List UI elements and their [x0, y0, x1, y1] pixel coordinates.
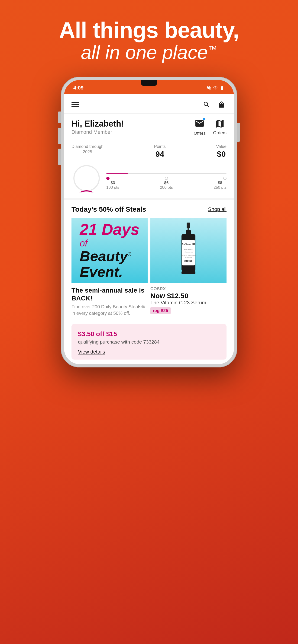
- svg-text:Improve the look of wrinkles: Improve the look of wrinkles: [181, 254, 196, 256]
- power-button: [237, 123, 240, 142]
- value-amount: $0: [217, 150, 226, 158]
- svg-text:+ Hyaluronic Acid: + Hyaluronic Acid: [184, 251, 193, 253]
- svg-rect-1: [187, 222, 190, 228]
- product-price: Now $12.50: [150, 292, 226, 300]
- search-icon: [203, 101, 210, 108]
- hero-line2: all in one place™: [59, 42, 239, 63]
- app-header: [64, 94, 234, 114]
- product-name: The Vitamin C 23 Serum: [150, 300, 226, 306]
- bag-icon: [218, 101, 225, 108]
- offers-button[interactable]: Offers: [194, 118, 206, 136]
- orders-label: Orders: [213, 130, 226, 136]
- mute-icon: [207, 86, 211, 90]
- steals-title: Today's 50% off Steals: [72, 206, 146, 213]
- mute-button: [58, 112, 61, 123]
- hero-line1: All things beauty,: [59, 18, 239, 42]
- svg-text:Super Vitamin E: Super Vitamin E: [184, 249, 193, 250]
- diamond-status: Diamond through 2025: [72, 144, 104, 154]
- event-text: 21 Days of Beauty® Event.: [80, 221, 139, 280]
- svg-text:──────────────: ──────────────: [182, 246, 195, 248]
- camera-notch: [141, 80, 157, 86]
- progress-dot-3: [223, 177, 226, 180]
- welcome-right: Offers Orders: [194, 118, 226, 136]
- offers-label: Offers: [194, 131, 206, 136]
- svg-point-0: [74, 166, 99, 191]
- status-icons: [207, 86, 225, 90]
- product-card-info: COSRX Now $12.50 The Vitamin C 23 Serum …: [150, 283, 226, 317]
- svg-text:The Vitamin C 23: The Vitamin C 23: [182, 243, 195, 245]
- product-card[interactable]: The Vitamin C 23 ────────────── Super Vi…: [150, 218, 226, 319]
- sale-body: Find over 200 Daily Beauty Steals® in ev…: [72, 304, 148, 316]
- svg-text:COSRX: COSRX: [184, 260, 193, 262]
- status-bar: 4:09: [64, 80, 234, 94]
- points-value: 94: [155, 150, 164, 158]
- phone-screen: 4:09: [64, 80, 234, 364]
- progress-fill: [106, 174, 128, 174]
- tier-3-label: $8 250 pts: [213, 180, 226, 190]
- sale-heading: The semi-annual sale is BACK!: [72, 286, 148, 302]
- diamond-through-label: Diamond through: [72, 144, 104, 149]
- points-header: Diamond through 2025 Points 94 Value $0: [72, 144, 226, 158]
- greeting-text: Hi, Elizabeth!: [72, 119, 124, 129]
- points-body: $3 100 pts $6 200 pts $8 250 pts: [72, 163, 226, 193]
- coupon-banner: $3.50 off $15 qualifying purchase with c…: [72, 324, 226, 360]
- progress-circle-svg: [72, 164, 101, 192]
- svg-text:for skin toner: for skin toner: [185, 257, 192, 258]
- tier-1-label: $3 100 pts: [106, 180, 119, 190]
- volume-up-button: [58, 128, 61, 144]
- volume-down-button: [58, 148, 61, 165]
- svg-rect-13: [181, 271, 195, 274]
- points-display: Points 94: [154, 144, 166, 158]
- value-label: Value: [216, 144, 226, 149]
- steals-section: Today's 50% off Steals Shop all 21 Days …: [64, 200, 234, 319]
- diamond-year: 2025: [83, 150, 92, 154]
- menu-button[interactable]: [72, 102, 79, 107]
- progress-dot-2: [165, 177, 168, 180]
- promo-card[interactable]: 21 Days of Beauty® Event. The semi-annua…: [72, 218, 148, 319]
- products-grid: 21 Days of Beauty® Event. The semi-annua…: [72, 218, 226, 319]
- progress-line: [106, 174, 226, 174]
- progress-track: $3 100 pts $6 200 pts $8 250 pts: [106, 166, 226, 190]
- bag-button[interactable]: [216, 100, 226, 110]
- sale-card-info: The semi-annual sale is BACK! Find over …: [72, 283, 148, 319]
- status-time: 4:09: [73, 85, 84, 91]
- progress-labels: $3 100 pts $6 200 pts $8 250 pts: [106, 180, 226, 190]
- coupon-description: qualifying purchase with code 733284: [78, 339, 220, 345]
- shop-all-link[interactable]: Shop all: [208, 206, 226, 212]
- product-brand: COSRX: [150, 286, 226, 292]
- welcome-left: Hi, Elizabeth! Diamond Member: [72, 119, 124, 135]
- steals-header: Today's 50% off Steals Shop all: [72, 206, 226, 213]
- battery-icon: [219, 86, 225, 90]
- orders-button[interactable]: Orders: [213, 119, 226, 136]
- hero-section: All things beauty, all in one place™: [45, 0, 253, 77]
- phone-frame: 4:09: [61, 77, 237, 368]
- points-label: Points: [154, 144, 166, 149]
- points-section: Diamond through 2025 Points 94 Value $0: [64, 140, 234, 200]
- product-card-image: The Vitamin C 23 ────────────── Super Vi…: [150, 218, 226, 283]
- membership-text: Diamond Member: [72, 129, 124, 135]
- wifi-icon: [213, 86, 218, 90]
- value-display: Value $0: [216, 144, 226, 158]
- serum-bottle-image: The Vitamin C 23 ────────────── Super Vi…: [175, 222, 202, 279]
- welcome-section: Hi, Elizabeth! Diamond Member Offers: [64, 114, 234, 140]
- diamond-circle: [72, 163, 102, 193]
- view-details-link[interactable]: View details: [78, 349, 105, 355]
- offers-notification-dot: [202, 117, 206, 120]
- promo-card-image: 21 Days of Beauty® Event.: [72, 218, 148, 283]
- header-icons: [201, 100, 226, 110]
- tier-2-label: $6 200 pts: [160, 180, 173, 190]
- coupon-title: $3.50 off $15: [78, 330, 220, 338]
- orders-icon: [215, 119, 225, 129]
- search-button[interactable]: [201, 100, 212, 110]
- progress-dots: [106, 177, 226, 180]
- product-reg-price: reg $25: [150, 307, 171, 314]
- progress-dot-1: [106, 177, 110, 180]
